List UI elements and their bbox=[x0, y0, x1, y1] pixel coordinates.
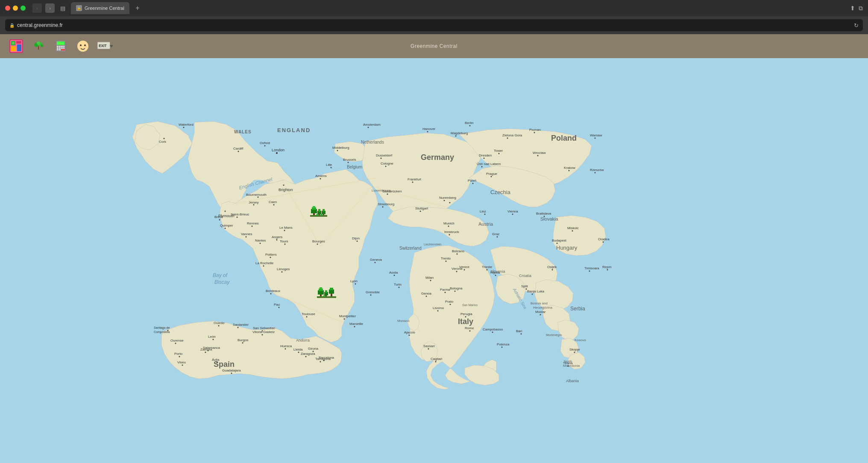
svg-text:Caen: Caen bbox=[269, 200, 277, 204]
svg-rect-6 bbox=[17, 44, 21, 51]
svg-point-133 bbox=[320, 178, 321, 180]
svg-point-107 bbox=[276, 239, 278, 241]
svg-text:Poznan: Poznan bbox=[529, 128, 541, 132]
svg-text:Munich: Munich bbox=[443, 221, 455, 225]
svg-text:Vienna: Vienna bbox=[507, 209, 518, 213]
svg-text:Brighton: Brighton bbox=[279, 188, 293, 192]
share-button[interactable]: ⬆ bbox=[850, 5, 855, 12]
svg-rect-20 bbox=[61, 47, 63, 49]
svg-text:Ajaccio: Ajaccio bbox=[404, 330, 415, 334]
svg-point-206 bbox=[444, 200, 445, 201]
svg-text:Cardiff: Cardiff bbox=[233, 147, 243, 150]
svg-text:Cologne: Cologne bbox=[381, 162, 393, 165]
svg-point-247 bbox=[603, 242, 604, 243]
active-tab[interactable]: 🔒 Greenmine Central bbox=[71, 2, 129, 14]
maximize-button[interactable] bbox=[21, 6, 26, 11]
svg-text:Bosnia and: Bosnia and bbox=[531, 301, 548, 305]
svg-text:Wroclaw: Wroclaw bbox=[533, 151, 546, 155]
reload-button[interactable]: ↻ bbox=[854, 22, 859, 29]
svg-text:Netherlands: Netherlands bbox=[361, 140, 384, 145]
minimize-button[interactable] bbox=[13, 6, 18, 11]
svg-text:Innsbruck: Innsbruck bbox=[444, 230, 460, 234]
svg-point-81 bbox=[238, 151, 239, 152]
svg-point-277 bbox=[242, 342, 243, 344]
svg-point-305 bbox=[472, 183, 474, 184]
svg-point-165 bbox=[430, 280, 431, 281]
svg-point-157 bbox=[544, 216, 545, 217]
svg-point-257 bbox=[540, 314, 541, 316]
svg-point-231 bbox=[450, 304, 451, 305]
svg-text:Rennes: Rennes bbox=[247, 221, 259, 225]
svg-text:Bordeaux: Bordeaux bbox=[266, 289, 280, 293]
svg-point-209 bbox=[381, 158, 382, 159]
svg-text:Grenoble: Grenoble bbox=[366, 290, 380, 294]
svg-text:Potenza: Potenza bbox=[497, 342, 510, 346]
svg-text:Compostela: Compostela bbox=[154, 330, 170, 334]
svg-point-111 bbox=[270, 257, 271, 258]
svg-point-85 bbox=[264, 145, 266, 147]
svg-text:Tower: Tower bbox=[494, 149, 503, 153]
sidebar-button[interactable]: ▤ bbox=[58, 3, 67, 13]
svg-text:Biscay: Biscay bbox=[214, 279, 230, 285]
svg-point-73 bbox=[225, 211, 226, 212]
svg-text:Lille: Lille bbox=[326, 163, 332, 167]
svg-text:Amsterdam: Amsterdam bbox=[363, 123, 381, 127]
svg-text:Monaco: Monaco bbox=[397, 319, 410, 323]
forward-button[interactable]: › bbox=[45, 3, 55, 13]
svg-point-161 bbox=[595, 138, 596, 139]
new-tab-button[interactable]: + bbox=[133, 3, 142, 13]
svg-rect-333 bbox=[323, 295, 326, 297]
svg-point-245 bbox=[428, 348, 429, 350]
close-button[interactable] bbox=[5, 6, 10, 11]
svg-point-123 bbox=[357, 241, 358, 242]
svg-point-83 bbox=[276, 152, 278, 154]
greenmine-logo-icon[interactable] bbox=[9, 38, 24, 54]
exit-icon[interactable]: EXIT bbox=[97, 38, 113, 54]
svg-point-117 bbox=[306, 316, 308, 318]
svg-point-113 bbox=[263, 265, 264, 267]
svg-point-265 bbox=[285, 348, 286, 350]
svg-point-9 bbox=[37, 41, 40, 45]
svg-text:Santiago de: Santiago de bbox=[154, 326, 170, 330]
back-button[interactable]: ‹ bbox=[32, 3, 42, 13]
svg-text:Aosta: Aosta bbox=[389, 271, 398, 274]
svg-rect-13 bbox=[57, 41, 65, 45]
svg-point-251 bbox=[552, 269, 553, 271]
tab-bar: ‹ › ▤ 🔒 Greenmine Central + ⬆ ⧉ bbox=[0, 0, 868, 16]
svg-text:Huesca: Huesca bbox=[280, 344, 292, 348]
map-container[interactable]: ENGLAND WALES Germany Poland Netherlands… bbox=[0, 58, 868, 463]
svg-text:Bolzano: Bolzano bbox=[452, 249, 464, 253]
svg-text:Frankfurt: Frankfurt bbox=[408, 177, 422, 181]
svg-point-153 bbox=[448, 226, 449, 227]
svg-point-239 bbox=[501, 347, 503, 348]
svg-point-227 bbox=[455, 291, 456, 292]
svg-point-307 bbox=[595, 172, 596, 174]
face-icon[interactable] bbox=[75, 38, 91, 54]
svg-text:Oradea: Oradea bbox=[598, 237, 610, 241]
svg-text:Poland: Poland bbox=[551, 134, 577, 142]
svg-text:Perugia: Perugia bbox=[460, 312, 472, 316]
calculator-icon[interactable] bbox=[53, 38, 68, 54]
window-button[interactable]: ⧉ bbox=[859, 5, 863, 12]
svg-rect-22 bbox=[57, 49, 59, 50]
svg-rect-21 bbox=[63, 47, 65, 49]
svg-point-301 bbox=[499, 153, 500, 154]
svg-point-193 bbox=[213, 339, 214, 340]
svg-text:Tarragona: Tarragona bbox=[315, 357, 331, 361]
svg-text:Jersey: Jersey bbox=[249, 201, 259, 204]
svg-text:León: León bbox=[208, 335, 216, 339]
svg-rect-5 bbox=[11, 46, 16, 51]
plant-icon[interactable] bbox=[31, 38, 46, 54]
svg-point-255 bbox=[532, 294, 533, 295]
svg-text:Nuremberg: Nuremberg bbox=[439, 196, 456, 200]
svg-text:Bay of: Bay of bbox=[213, 272, 228, 278]
address-bar[interactable]: 🔒 central.greenmine.fr ↻ bbox=[5, 19, 863, 31]
svg-text:Repín: Repín bbox=[602, 265, 611, 269]
svg-text:Krakow: Krakow bbox=[564, 166, 575, 170]
svg-text:Angers: Angers bbox=[272, 235, 282, 239]
svg-text:Genoa: Genoa bbox=[421, 292, 432, 295]
svg-point-283 bbox=[182, 365, 183, 366]
svg-text:Vitoria-Gasteiz: Vitoria-Gasteiz bbox=[252, 330, 275, 334]
svg-text:Liechtenstein: Liechtenstein bbox=[424, 243, 441, 246]
svg-point-25 bbox=[77, 41, 88, 52]
